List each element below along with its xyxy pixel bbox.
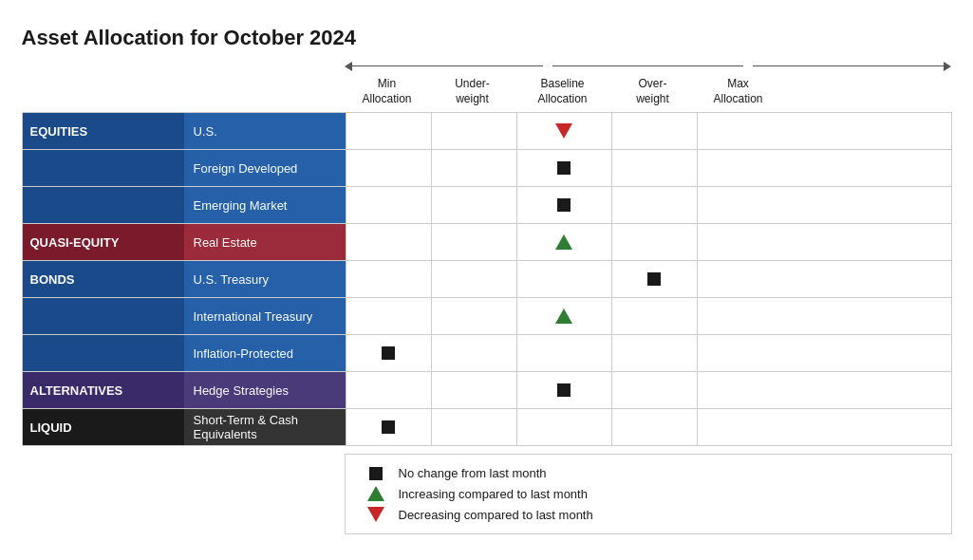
data-cells-group <box>346 261 951 297</box>
table-row: BONDSU.S. Treasury <box>23 261 951 298</box>
symbol-square <box>369 467 383 480</box>
data-cell-min <box>346 409 431 445</box>
table-row: Inflation-Protected <box>23 335 951 372</box>
data-cell-min <box>346 261 431 297</box>
legend-symbol <box>365 486 387 501</box>
data-cell-min <box>346 224 431 260</box>
data-cell-baseline <box>516 372 611 408</box>
symbol-square <box>647 272 661 286</box>
data-cell-under <box>431 409 516 445</box>
data-cell-over <box>611 372 697 408</box>
symbol-triangle-up <box>555 308 572 324</box>
data-cell-max <box>697 261 782 297</box>
arrow-header-2 <box>345 62 952 73</box>
data-cell-max <box>697 224 782 260</box>
data-cell-max <box>697 335 782 371</box>
symbol-square <box>557 161 571 175</box>
data-cell-max <box>697 372 782 408</box>
sub-category-cell: Emerging Market <box>184 187 346 223</box>
data-cell-min <box>346 298 431 334</box>
symbol-triangle-down <box>367 507 384 522</box>
symbol-square <box>557 383 571 397</box>
data-cell-min <box>346 335 431 371</box>
data-cell-over <box>611 224 697 260</box>
legend-row: Increasing compared to last month <box>365 486 932 501</box>
data-cell-min <box>346 187 431 223</box>
ch-over: Over-weight <box>610 73 696 110</box>
table-row: LIQUIDShort-Term & Cash Equivalents <box>23 409 951 445</box>
data-cell-baseline <box>516 261 611 297</box>
table-row: Foreign Developed <box>23 150 951 187</box>
data-cell-under <box>431 335 516 371</box>
data-cell-baseline <box>516 409 611 445</box>
cat-cell-alternatives: ALTERNATIVES <box>23 372 184 408</box>
data-cell-min <box>346 150 431 186</box>
ch-max: MaxAllocation <box>696 73 781 110</box>
page-container: Asset Allocation for October 2024 MinAll… <box>22 26 952 534</box>
table-row: QUASI-EQUITYReal Estate <box>23 224 951 261</box>
data-cells-group <box>346 372 951 408</box>
legend-symbol <box>365 507 387 522</box>
symbol-triangle-up <box>555 234 572 250</box>
sub-category-cell: Short-Term & Cash Equivalents <box>184 409 346 445</box>
legend-symbol <box>365 467 387 480</box>
sub-category-cell: Real Estate <box>184 224 346 260</box>
data-cell-baseline <box>516 113 611 149</box>
data-cell-under <box>431 187 516 223</box>
legend-label: Increasing compared to last month <box>399 487 588 501</box>
table-row: EQUITIESU.S. <box>23 113 951 150</box>
data-cell-baseline <box>516 335 611 371</box>
data-cells-group <box>346 113 951 149</box>
cat-cell-bonds <box>23 298 184 334</box>
data-cell-over <box>611 298 697 334</box>
data-cells-group <box>346 187 951 223</box>
ch-under: Under-weight <box>430 73 515 110</box>
data-cell-over <box>611 150 697 186</box>
cat-cell-bonds: BONDS <box>23 261 184 297</box>
data-cell-over <box>611 335 697 371</box>
symbol-square <box>382 346 395 360</box>
data-cell-under <box>431 224 516 260</box>
data-cell-baseline <box>516 187 611 223</box>
data-cell-under <box>431 261 516 297</box>
legend-label: Decreasing compared to last month <box>399 508 593 522</box>
data-cells-group <box>346 298 951 334</box>
ch-min: MinAllocation <box>345 73 430 110</box>
legend: No change from last monthIncreasing comp… <box>345 454 952 534</box>
cat-cell-quasi-equity: QUASI-EQUITY <box>23 224 184 260</box>
data-cell-baseline <box>516 298 611 334</box>
table-row: International Treasury <box>23 298 951 335</box>
sub-category-cell: International Treasury <box>184 298 346 334</box>
legend-row: No change from last month <box>365 466 932 480</box>
data-cell-max <box>697 113 782 149</box>
data-cells-group <box>346 224 951 260</box>
data-cell-baseline <box>516 224 611 260</box>
allocation-table: EQUITIESU.S.Foreign DevelopedEmerging Ma… <box>22 112 952 446</box>
sub-category-cell: U.S. <box>184 113 346 149</box>
data-cell-over <box>611 261 697 297</box>
table-row: Emerging Market <box>23 187 951 224</box>
sub-category-cell: Foreign Developed <box>184 150 346 186</box>
legend-row: Decreasing compared to last month <box>365 507 932 522</box>
col-headers-2: MinAllocation Under-weight BaselineAlloc… <box>345 73 952 110</box>
sub-category-cell: Inflation-Protected <box>184 335 346 371</box>
table-row: ALTERNATIVESHedge Strategies <box>23 372 951 409</box>
symbol-square <box>557 198 571 212</box>
data-cells-group <box>346 409 951 445</box>
data-cell-over <box>611 113 697 149</box>
data-cell-under <box>431 298 516 334</box>
cat-cell-equities <box>23 187 184 223</box>
symbol-triangle-up <box>367 486 384 501</box>
data-cell-max <box>697 187 782 223</box>
symbol-triangle-down <box>555 123 572 139</box>
cat-cell-equities: EQUITIES <box>23 113 184 149</box>
legend-label: No change from last month <box>399 466 547 480</box>
cat-cell-equities <box>23 150 184 186</box>
data-cell-over <box>611 187 697 223</box>
ch-baseline: BaselineAllocation <box>515 73 610 110</box>
data-cells-group <box>346 335 951 371</box>
sub-category-cell: U.S. Treasury <box>184 261 346 297</box>
main-title: Asset Allocation for October 2024 <box>22 26 952 50</box>
cat-cell-bonds <box>23 335 184 371</box>
data-cell-under <box>431 113 516 149</box>
